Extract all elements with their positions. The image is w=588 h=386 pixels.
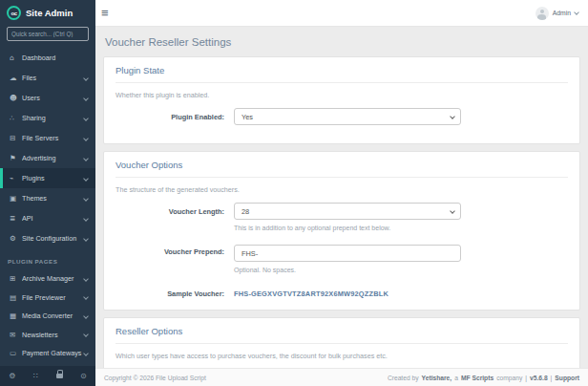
chevron-down-icon <box>83 176 89 182</box>
support-link[interactable]: Support <box>555 375 579 381</box>
section-description: Which user types have access to purchase… <box>116 352 568 360</box>
sample-voucher-value: FHS-GEGXVGTVTZ8ART92X6MW92QZZBLK <box>234 285 461 298</box>
mfscripts-link[interactable]: MF Scripts <box>461 375 494 381</box>
chevron-down-icon <box>83 75 89 81</box>
plugin-enabled-select[interactable]: Yes <box>234 108 461 125</box>
chevron-down-icon <box>83 351 89 356</box>
sample-voucher-label: Sample Voucher: <box>116 285 228 298</box>
page-title: Voucher Reseller Settings <box>103 27 580 56</box>
chevron-down-icon <box>83 196 89 202</box>
chevron-down-icon <box>83 116 89 121</box>
sidebar-item-file-servers[interactable]: ⊟ File Servers <box>0 128 95 148</box>
file-icon: ▤ <box>10 293 22 302</box>
chevron-down-icon <box>83 136 89 141</box>
sidebar-item-archive-manager[interactable]: ⊞ Archive Manager <box>0 269 95 289</box>
chevron-down-icon <box>83 96 89 101</box>
site-admin-app: oc Site Admin ⌂ Dashboard ☁ Files ☻ User… <box>0 0 588 386</box>
user-name: Admin <box>553 10 571 16</box>
film-icon: ▦ <box>10 311 22 320</box>
plug-icon: ⌁ <box>10 174 22 182</box>
copyright-text: Copyright © 2026 File Upload Script <box>104 375 206 381</box>
top-bar: ≡ Admin <box>95 0 588 27</box>
sidebar-item-site-configuration[interactable]: ⚙ Site Configuration <box>0 228 95 248</box>
voucher-prepend-row: Voucher Prepend: Optional. No spaces. <box>116 243 568 276</box>
sidebar-item-themes[interactable]: ▣ Themes <box>0 188 95 208</box>
main-area: ≡ Admin Voucher Reseller Settings Plugin… <box>95 0 588 386</box>
server-icon: ⊟ <box>10 134 22 142</box>
plugin-pages-group: ⊞ Archive Manager ▤ File Previewer ▦ Med… <box>0 269 95 381</box>
lock-icon[interactable] <box>56 374 63 378</box>
users-icon: ☻ <box>10 94 22 102</box>
app-logo[interactable]: oc Site Admin <box>0 0 95 25</box>
chevron-down-icon <box>450 114 455 119</box>
chevron-down-icon <box>83 294 89 300</box>
expand-icon[interactable]: ∷ <box>33 373 38 380</box>
home-icon: ⌂ <box>10 54 22 62</box>
content: Voucher Reseller Settings Plugin State W… <box>95 27 588 386</box>
created-by-text: Created by <box>388 375 419 381</box>
app-title: Site Admin <box>26 8 73 18</box>
footer: Copyright © 2026 File Upload Script Crea… <box>95 368 588 386</box>
envelope-icon: ✉ <box>10 331 22 339</box>
chevron-down-icon <box>83 276 89 282</box>
archive-icon: ⊞ <box>10 274 22 283</box>
gear-icon[interactable]: ⚙ <box>9 373 15 380</box>
sidebar-item-payment-gateways[interactable]: ▭ Payment Gateways <box>0 344 95 363</box>
section-description: The structure of the generated vouchers. <box>116 185 568 194</box>
sidebar-item-plugins[interactable]: ⌁ Plugins <box>0 168 95 188</box>
user-menu[interactable]: Admin <box>536 7 578 20</box>
section-description: Whether this plugin is enabled. <box>116 91 568 99</box>
yetishare-link[interactable]: Yetishare, <box>422 375 452 381</box>
plugin-state-card: Plugin State Whether this plugin is enab… <box>103 56 580 144</box>
chevron-down-icon <box>83 156 89 161</box>
plugin-pages-section-label: PLUGIN PAGES <box>0 248 95 269</box>
share-icon: ∴ <box>10 114 22 122</box>
chevron-down-icon <box>83 313 89 319</box>
voucher-options-card: Voucher Options The structure of the gen… <box>103 151 580 311</box>
section-title: Voucher Options <box>116 160 568 178</box>
voucher-length-help: This is in addition to any optional prep… <box>234 224 461 234</box>
api-icon: ≣ <box>10 214 22 223</box>
avatar <box>536 7 549 20</box>
sidebar-footer-toolbar: ⚙ ∷ ⊙ <box>0 366 95 386</box>
sidebar-item-api[interactable]: ≣ API <box>0 208 95 228</box>
credit-card-icon: ▭ <box>10 349 22 357</box>
gear-icon: ⚙ <box>10 234 22 243</box>
voucher-length-row: Voucher Length: 28 This is in addition t… <box>116 203 568 234</box>
cloud-icon: ☁ <box>10 74 22 82</box>
image-icon: ▣ <box>10 194 22 203</box>
sample-voucher-row: Sample Voucher: FHS-GEGXVGTVTZ8ART92X6MW… <box>116 285 568 298</box>
section-title: Reseller Options <box>116 326 568 344</box>
site-logo-icon: oc <box>7 6 21 20</box>
sidebar-item-users[interactable]: ☻ Users <box>0 88 95 108</box>
version-text: v5.6.8 <box>530 375 548 381</box>
section-title: Plugin State <box>116 65 568 83</box>
sidebar-item-media-converter[interactable]: ▦ Media Converter <box>0 307 95 326</box>
voucher-length-select[interactable]: 28 <box>234 203 461 220</box>
sidebar: oc Site Admin ⌂ Dashboard ☁ Files ☻ User… <box>0 0 95 386</box>
voucher-length-label: Voucher Length: <box>116 203 228 234</box>
sidebar-nav: ⌂ Dashboard ☁ Files ☻ Users ∴ Sharing ⊟ … <box>0 48 95 381</box>
power-icon[interactable]: ⊙ <box>80 373 87 380</box>
voucher-prepend-help: Optional. No spaces. <box>234 266 461 276</box>
search-input[interactable] <box>7 27 89 41</box>
megaphone-icon: ⚑ <box>10 154 22 162</box>
chevron-down-icon <box>83 332 89 337</box>
voucher-prepend-label: Voucher Prepend: <box>116 243 228 276</box>
sidebar-item-file-previewer[interactable]: ▤ File Previewer <box>0 289 95 308</box>
plugin-enabled-row: Plugin Enabled: Yes <box>116 108 568 125</box>
sidebar-item-sharing[interactable]: ∴ Sharing <box>0 108 95 128</box>
chevron-down-icon <box>574 10 579 15</box>
plugin-enabled-label: Plugin Enabled: <box>116 108 228 125</box>
sidebar-item-newsletters[interactable]: ✉ Newsletters <box>0 326 95 345</box>
chevron-down-icon <box>83 216 89 222</box>
sidebar-item-dashboard[interactable]: ⌂ Dashboard <box>0 48 95 68</box>
chevron-down-icon <box>83 236 89 242</box>
voucher-prepend-input[interactable] <box>234 245 461 262</box>
chevron-down-icon <box>450 208 455 214</box>
sidebar-item-advertising[interactable]: ⚑ Advertising <box>0 148 95 168</box>
sidebar-item-files[interactable]: ☁ Files <box>0 68 95 88</box>
menu-toggle-icon[interactable]: ≡ <box>101 7 109 19</box>
